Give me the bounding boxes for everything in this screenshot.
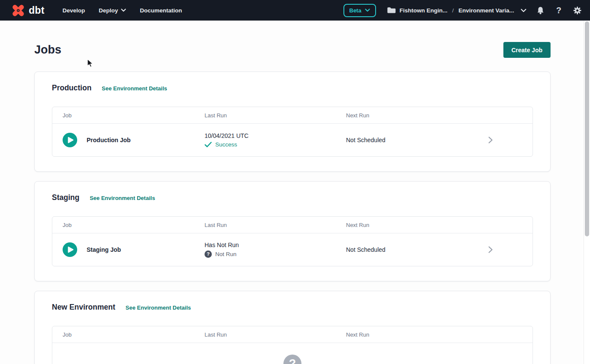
environment-name: New Environment [52, 303, 115, 312]
nav-deploy[interactable]: Deploy [99, 7, 126, 14]
environment-card-staging: Staging See Environment Details Job Last… [34, 181, 551, 281]
nav-documentation-label: Documentation [140, 7, 182, 14]
scrollbar[interactable] [584, 21, 590, 364]
beta-label: Beta [349, 7, 361, 14]
jobs-table: Job Last Run Next Run [52, 107, 533, 157]
dbt-logo[interactable]: dbt [10, 3, 45, 18]
last-run-status: ? Not Run [205, 251, 346, 258]
breadcrumb-page[interactable]: Environment Varia... [458, 7, 514, 14]
environment-name: Production [52, 84, 91, 92]
breadcrumb: Fishtown Engin... / Environment Varia... [387, 7, 527, 14]
jobs-table-header: Job Last Run Next Run [52, 107, 533, 124]
job-row-production-job[interactable]: Production Job 10/04/2021 UTC Success No… [52, 124, 533, 156]
environment-card-production: Production See Environment Details Job L… [34, 72, 551, 172]
help-icon: ? [556, 6, 561, 15]
top-navbar: dbt Develop Deploy Documentation B [0, 0, 590, 21]
success-check-icon [205, 142, 212, 147]
main-nav: Develop Deploy Documentation [63, 7, 182, 14]
column-header-last-run: Last Run [205, 112, 346, 119]
help-button[interactable]: ? [554, 5, 563, 15]
svg-text:?: ? [207, 251, 210, 257]
scrollbar-thumb[interactable] [585, 21, 589, 236]
see-environment-details-link[interactable]: See Environment Details [126, 304, 191, 311]
column-header-next-run: Next Run [346, 112, 488, 119]
column-header-job: Job [63, 331, 205, 338]
play-icon [63, 133, 77, 147]
page-title: Jobs [34, 43, 61, 57]
column-header-job: Job [63, 222, 205, 228]
see-environment-details-link[interactable]: See Environment Details [90, 195, 155, 201]
question-circle-icon: ? [283, 355, 301, 364]
chevron-right-icon[interactable] [488, 136, 494, 144]
see-environment-details-link[interactable]: See Environment Details [102, 85, 167, 92]
nav-develop-label: Develop [63, 7, 85, 14]
jobs-table: Job Last Run Next Run [52, 216, 533, 266]
run-job-button[interactable] [63, 242, 77, 257]
chevron-right-icon[interactable] [488, 246, 494, 254]
job-name: Staging Job [87, 246, 121, 253]
chevron-down-icon [121, 9, 126, 12]
next-run-value: Not Scheduled [346, 137, 488, 143]
dbt-logo-text: dbt [29, 5, 45, 16]
job-name: Production Job [87, 137, 131, 143]
jobs-table: Job Last Run Next Run ? [52, 326, 533, 364]
nav-deploy-label: Deploy [99, 7, 118, 14]
last-run-status: Success [205, 141, 346, 148]
jobs-table-header: Job Last Run Next Run [52, 217, 533, 233]
app-window: dbt Develop Deploy Documentation B [0, 0, 590, 364]
create-job-button[interactable]: Create Job [503, 42, 551, 58]
column-header-job: Job [63, 112, 205, 119]
settings-button[interactable] [572, 5, 582, 15]
nav-documentation[interactable]: Documentation [140, 7, 182, 14]
beta-dropdown[interactable]: Beta [343, 4, 376, 17]
status-label: Not Run [215, 251, 237, 257]
gear-icon [573, 6, 581, 15]
column-header-last-run: Last Run [205, 331, 346, 338]
column-header-next-run: Next Run [346, 222, 488, 228]
jobs-page: Jobs Create Job Production See Environme… [0, 21, 584, 364]
run-job-button[interactable] [63, 133, 77, 147]
question-circle-icon: ? [205, 251, 212, 258]
last-run-date: 10/04/2021 UTC [205, 132, 346, 139]
status-label: Success [215, 141, 237, 148]
last-run-date: Has Not Run [205, 242, 346, 248]
empty-jobs-row: ? [52, 343, 533, 364]
next-run-value: Not Scheduled [346, 246, 488, 253]
notifications-button[interactable] [535, 5, 545, 15]
column-header-last-run: Last Run [205, 222, 346, 228]
jobs-table-header: Job Last Run Next Run [52, 326, 533, 343]
job-row-staging-job[interactable]: Staging Job Has Not Run ? Not Run [52, 233, 533, 266]
column-header-next-run: Next Run [346, 331, 488, 338]
play-icon [63, 242, 77, 257]
bell-icon [536, 6, 545, 15]
dbt-logo-icon [10, 3, 26, 18]
breadcrumb-account[interactable]: Fishtown Engin... [400, 7, 448, 14]
environment-name: Staging [52, 193, 79, 202]
environment-card-new-environment: New Environment See Environment Details … [34, 291, 551, 364]
breadcrumb-dropdown-caret[interactable] [521, 9, 527, 12]
folder-icon [387, 7, 396, 14]
chevron-down-icon [365, 9, 370, 12]
nav-develop[interactable]: Develop [63, 7, 85, 14]
breadcrumb-separator: / [451, 7, 455, 14]
